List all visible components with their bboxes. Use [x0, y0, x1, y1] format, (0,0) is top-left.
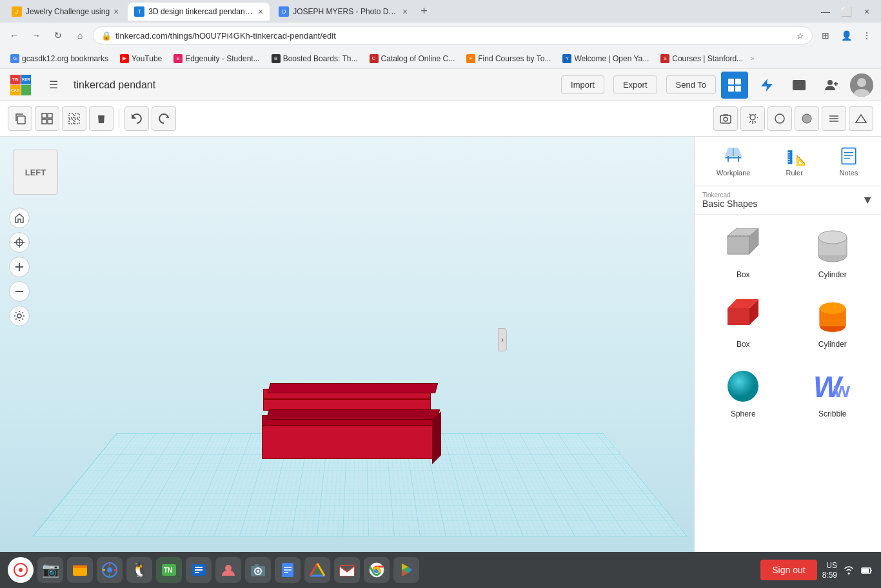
- copy-button[interactable]: [8, 106, 32, 131]
- delete-icon: [95, 112, 108, 125]
- bookmarks-more[interactable]: »: [751, 55, 755, 62]
- add-collaborator-button[interactable]: [818, 72, 845, 99]
- bookmark-boosted[interactable]: B Boosted Boards: Th...: [266, 52, 363, 65]
- panel-collapse-button[interactable]: ›: [498, 328, 507, 351]
- shape-cylinder-grey[interactable]: Cylinder: [791, 221, 875, 286]
- bookmark-youtube[interactable]: ▶ YouTube: [115, 52, 167, 65]
- bookmark-edgenuity[interactable]: E Edgenuity - Student...: [168, 52, 264, 65]
- svg-rect-17: [75, 119, 79, 124]
- new-tab-button[interactable]: +: [417, 5, 431, 18]
- tab-joseph[interactable]: D JOSEPH MYERS - Photo Docum... ×: [272, 3, 414, 21]
- group-button[interactable]: [35, 106, 59, 131]
- camera-view-button[interactable]: [713, 106, 738, 131]
- bookmark-catalog[interactable]: C Catalog of Online C...: [364, 52, 460, 65]
- forward-button[interactable]: →: [27, 26, 45, 44]
- launcher-button[interactable]: [8, 557, 34, 583]
- hamburger-menu[interactable]: ☰: [41, 73, 66, 97]
- shape-cylinder-orange[interactable]: Cylinder: [791, 291, 875, 355]
- zoom-out-icon: [14, 286, 25, 297]
- user-avatar-button[interactable]: [850, 74, 873, 97]
- tc-viewport[interactable]: LEFT: [0, 137, 694, 588]
- zoom-out-button[interactable]: [9, 281, 30, 302]
- share-button[interactable]: [786, 72, 813, 99]
- unknown1-icon: [190, 562, 207, 578]
- box-top-shape: [257, 389, 437, 411]
- taskbar-camera2-app[interactable]: [245, 557, 271, 583]
- taskbar-linux-app[interactable]: 🐧: [126, 557, 152, 583]
- grid-view-button[interactable]: [721, 72, 748, 99]
- profile-icon[interactable]: 👤: [837, 26, 855, 44]
- home-button[interactable]: ⌂: [71, 26, 89, 44]
- battery-icon: [860, 564, 873, 576]
- shape-box-red-label: Box: [737, 340, 750, 349]
- taskbar-unknown1-app[interactable]: [186, 557, 212, 583]
- tab1-close[interactable]: ×: [114, 6, 119, 17]
- contacts-icon: [220, 562, 237, 578]
- taskbar-photos-app[interactable]: [97, 557, 123, 583]
- star-icon[interactable]: ☆: [797, 31, 804, 41]
- shape-scribble[interactable]: W w Scribble: [791, 360, 875, 425]
- ungroup-button[interactable]: [62, 106, 86, 131]
- extensions-icon[interactable]: ⊞: [817, 26, 835, 44]
- align-button[interactable]: [822, 106, 846, 131]
- close-window-button[interactable]: ×: [858, 3, 876, 21]
- fit-view-button[interactable]: [9, 232, 30, 253]
- shape-box-red[interactable]: Box: [701, 291, 786, 355]
- taskbar-chrome-app[interactable]: [364, 557, 390, 583]
- tab2-favicon: T: [134, 6, 144, 17]
- bookmark-stanford[interactable]: S Courses | Stanford...: [655, 52, 748, 65]
- import-button[interactable]: Import: [561, 75, 604, 94]
- shape-sphere-teal[interactable]: Sphere: [701, 360, 786, 425]
- back-button[interactable]: ←: [5, 26, 23, 44]
- zoom-in-button[interactable]: [9, 257, 30, 277]
- flip-button[interactable]: [849, 106, 873, 131]
- tab3-close[interactable]: ×: [402, 6, 408, 17]
- reload-button[interactable]: ↻: [49, 26, 67, 44]
- taskbar-textnow-app[interactable]: TN: [156, 557, 182, 583]
- bookmark-findcourses[interactable]: F Find Courses by To...: [461, 52, 556, 65]
- shape-toggle-button[interactable]: [767, 106, 792, 131]
- shape-box-grey[interactable]: Box: [701, 221, 786, 286]
- wifi-icon: [842, 564, 855, 576]
- address-bar[interactable]: 🔒 tinkercad.com/things/hO0U7Pi4GKh-tinke…: [93, 26, 813, 44]
- bookmark-edgenuity-favicon: E: [173, 54, 183, 63]
- taskbar-contacts-app[interactable]: [215, 557, 241, 583]
- taskbar-camera-app[interactable]: 📷: [37, 557, 63, 583]
- taskbar-docs-app[interactable]: [275, 557, 301, 583]
- taskbar-files-app[interactable]: [67, 557, 93, 583]
- sign-out-button[interactable]: Sign out: [760, 560, 817, 580]
- light-button[interactable]: [740, 106, 765, 131]
- undo-button[interactable]: [124, 106, 149, 131]
- tab-tinkercad[interactable]: T 3D design tinkercad pendant | T... ×: [128, 3, 270, 21]
- minimize-button[interactable]: —: [817, 3, 835, 21]
- taskbar-play-app[interactable]: [393, 557, 419, 583]
- tinkercad-logo[interactable]: TIN KER CAD: [8, 75, 34, 95]
- ruler-button[interactable]: 📐 Ruler: [778, 142, 811, 181]
- solid-toggle-button[interactable]: [795, 106, 819, 131]
- home-view-button[interactable]: [9, 208, 30, 228]
- delete-button[interactable]: [89, 106, 114, 131]
- svg-marker-65: [728, 308, 749, 325]
- taskbar-gmail-app[interactable]: [334, 557, 360, 583]
- workplane-button[interactable]: Workplane: [710, 142, 757, 181]
- redo-button[interactable]: [152, 106, 176, 131]
- bookmark-openyahoo[interactable]: Y Welcome | Open Ya...: [557, 52, 654, 65]
- build-button[interactable]: [753, 72, 780, 99]
- tab-jewelry[interactable]: J Jewelry Challenge using ×: [5, 3, 125, 21]
- export-button[interactable]: Export: [613, 75, 657, 94]
- send-to-button[interactable]: Send To: [666, 75, 716, 94]
- tab2-close[interactable]: ×: [258, 6, 263, 17]
- settings-view-button[interactable]: [9, 306, 30, 326]
- bookmark-gcasdk-favicon: G: [10, 54, 19, 63]
- bookmark-gcasdk[interactable]: G gcasdk12.org bookmarks: [5, 52, 114, 65]
- redo-icon: [157, 112, 170, 125]
- 3d-shapes-container: [257, 389, 437, 459]
- taskbar-drive-app[interactable]: [304, 557, 330, 583]
- rp-dropdown-arrow[interactable]: ▼: [862, 193, 873, 207]
- shape-sphere-teal-thumb: [720, 367, 766, 406]
- zoom-in-icon: [14, 261, 25, 273]
- settings-icon[interactable]: ⋮: [858, 26, 876, 44]
- svg-point-35: [17, 314, 21, 318]
- notes-button[interactable]: Notes: [832, 142, 866, 181]
- maximize-button[interactable]: ⬜: [837, 3, 855, 21]
